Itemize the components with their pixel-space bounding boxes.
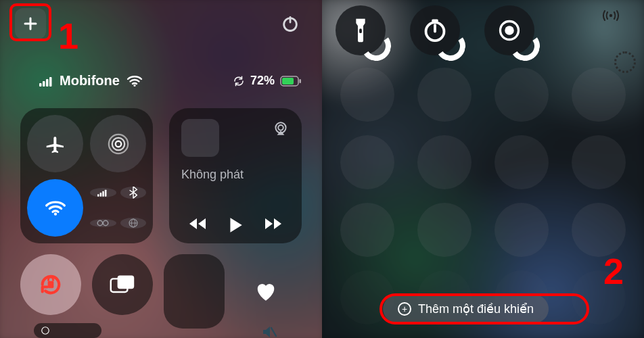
hotspot-toggle[interactable] — [90, 219, 116, 227]
more-connectivity[interactable] — [90, 179, 146, 237]
airplane-toggle[interactable] — [27, 115, 83, 172]
timer-icon — [422, 18, 448, 43]
airdrop-icon — [107, 132, 130, 155]
airplay-icon — [272, 120, 290, 138]
svg-point-35 — [505, 26, 514, 35]
svg-rect-8 — [282, 78, 294, 84]
add-control-top-button[interactable] — [15, 8, 46, 39]
connectivity-module[interactable] — [20, 108, 153, 243]
media-module[interactable]: Không phát — [169, 108, 302, 243]
placeholder-slot[interactable] — [495, 203, 549, 257]
carrier-label: Mobifone — [60, 73, 120, 89]
placeholder-slot[interactable] — [495, 68, 549, 122]
module-grid: Không phát — [20, 108, 302, 246]
svg-point-11 — [112, 137, 124, 149]
placeholder-slot[interactable] — [495, 135, 549, 189]
svg-rect-17 — [105, 189, 107, 196]
placeholder-slot[interactable] — [572, 203, 626, 257]
status-row: Mobifone 72% — [39, 73, 302, 89]
top-tool-row — [336, 5, 534, 55]
power-button[interactable] — [279, 12, 302, 35]
cellular-data-toggle[interactable] — [90, 188, 116, 197]
wifi-toggle[interactable] — [27, 179, 83, 237]
screen-mirroring-icon — [109, 274, 136, 295]
screen-mirroring-button[interactable] — [92, 254, 153, 315]
record-icon — [497, 18, 522, 43]
placeholder-slot[interactable] — [417, 68, 472, 122]
screen-record-tool[interactable] — [484, 5, 534, 55]
cellular-icon — [97, 188, 108, 197]
svg-point-13 — [53, 212, 56, 215]
battery-percent: 72% — [250, 74, 275, 88]
bottom-module-peek[interactable] — [34, 323, 101, 338]
power-icon — [281, 14, 300, 33]
forward-icon — [263, 216, 283, 231]
rewind-icon — [187, 216, 208, 231]
flashlight-tool[interactable] — [336, 5, 386, 55]
cellular-signal-icon — [39, 76, 54, 87]
control-center-edit: + Thêm một điều khiển 2 — [322, 0, 644, 338]
bluetooth-icon — [129, 187, 138, 199]
favorite-button[interactable] — [235, 254, 296, 329]
placeholder-slot[interactable] — [417, 203, 472, 257]
step-number-1: 1 — [58, 15, 78, 57]
status-right: 72% — [233, 74, 302, 88]
placeholder-slot[interactable] — [572, 68, 626, 122]
rewind-button[interactable] — [187, 216, 208, 234]
step-number-2: 2 — [603, 250, 624, 292]
placeholder-slot[interactable] — [340, 135, 394, 189]
hotspot-icon — [97, 219, 109, 227]
svg-point-18 — [97, 221, 102, 226]
timer-tool[interactable] — [410, 5, 460, 55]
mute-icon[interactable] — [260, 324, 278, 338]
play-button[interactable] — [228, 216, 243, 234]
svg-rect-5 — [49, 77, 52, 87]
svg-point-24 — [278, 125, 283, 130]
airdrop-toggle[interactable] — [90, 115, 146, 172]
airplay-button[interactable] — [272, 120, 290, 138]
orientation-lock-icon — [37, 270, 65, 299]
bluetooth-toggle[interactable] — [120, 187, 147, 199]
orientation-lock-button[interactable] — [20, 254, 81, 315]
svg-rect-25 — [48, 281, 54, 289]
album-art-placeholder — [181, 119, 219, 157]
wifi-icon — [45, 199, 66, 217]
svg-rect-2 — [39, 83, 42, 87]
placeholder-slot[interactable] — [572, 135, 626, 189]
svg-point-28 — [42, 327, 49, 335]
wifi-icon — [127, 75, 143, 87]
svg-rect-15 — [100, 193, 102, 197]
vpn-toggle[interactable] — [120, 218, 147, 228]
sync-icon — [233, 75, 245, 87]
svg-point-36 — [610, 14, 612, 17]
svg-point-10 — [115, 141, 121, 147]
svg-rect-1 — [290, 16, 292, 24]
play-icon — [228, 216, 243, 234]
svg-rect-33 — [432, 19, 438, 22]
plus-circle-icon: + — [398, 302, 411, 316]
placeholder-grid — [336, 68, 630, 324]
add-control-label: Thêm một điều khiển — [418, 301, 534, 316]
placeholder-slot[interactable] — [340, 68, 394, 122]
svg-rect-3 — [43, 81, 45, 87]
svg-rect-16 — [103, 191, 105, 197]
svg-line-29 — [271, 328, 276, 336]
control-center-main: 1 Mobifone 72% — [0, 0, 322, 338]
svg-rect-14 — [97, 194, 99, 197]
battery-icon — [280, 76, 302, 87]
add-a-control-button[interactable]: + Thêm một điều khiển — [383, 295, 549, 323]
airplane-icon — [45, 133, 66, 155]
heart-icon — [254, 281, 277, 301]
svg-point-6 — [133, 84, 135, 86]
hotspot-status-icon — [602, 8, 620, 23]
brightness-slider[interactable] — [164, 254, 225, 329]
svg-rect-30 — [359, 28, 362, 33]
flashlight-icon — [350, 17, 371, 44]
now-playing-label: Không phát — [181, 168, 244, 182]
placeholder-slot[interactable] — [340, 203, 394, 257]
forward-button[interactable] — [263, 216, 283, 234]
row-3 — [20, 254, 302, 329]
placeholder-slot[interactable] — [417, 135, 472, 189]
vpn-icon — [128, 218, 139, 228]
svg-rect-27 — [118, 275, 135, 289]
